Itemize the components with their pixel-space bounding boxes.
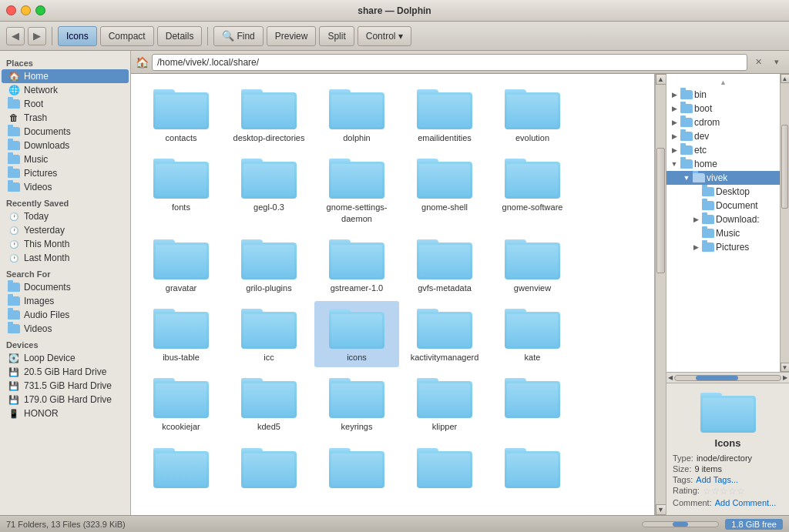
tree-h-track[interactable]	[674, 375, 781, 381]
file-item-icc[interactable]: icc	[227, 301, 311, 367]
sidebar-item-music[interactable]: Music	[2, 152, 129, 166]
tree-item-music[interactable]: Music	[666, 226, 780, 240]
file-item-gvfs-metadata[interactable]: gvfs-metadata	[402, 232, 487, 298]
sidebar-item-hdd-179[interactable]: 💾 179.0 GiB Hard Drive	[2, 393, 129, 407]
tree-scroll-up[interactable]: ▲	[781, 74, 790, 83]
tree-scroll-right[interactable]: ▶	[783, 374, 787, 381]
file-item-gravatar[interactable]: gravatar	[139, 232, 223, 298]
tree-item-vivek[interactable]: ▼ vivek	[666, 171, 780, 185]
details-view-button[interactable]: Details	[157, 26, 203, 46]
tree-item-dev[interactable]: ▶ dev	[666, 129, 780, 143]
tree-scroll-down[interactable]: ▼	[781, 363, 790, 372]
file-item-gnome-shell[interactable]: gnome-shell	[402, 151, 487, 229]
add-tags-link[interactable]: Add Tags...	[696, 475, 738, 484]
close-button[interactable]	[6, 5, 16, 15]
tree-h-scrollbar[interactable]: ◀ ▶	[666, 372, 789, 383]
sidebar-item-pictures[interactable]: Pictures	[2, 166, 129, 180]
sidebar-item-loop-device[interactable]: 💽 Loop Device	[2, 351, 129, 365]
file-item-evolution[interactable]: evolution	[490, 82, 575, 148]
control-button[interactable]: Control ▾	[358, 26, 411, 46]
scroll-down-button[interactable]: ▼	[656, 504, 666, 515]
tree-scroll-track[interactable]	[781, 83, 789, 363]
sidebar-item-search-images[interactable]: Images	[2, 294, 129, 308]
back-button[interactable]: ◀	[6, 27, 25, 45]
file-item-emailidentities[interactable]: emailidentities	[402, 82, 487, 148]
sidebar-item-videos[interactable]: Videos	[2, 180, 129, 194]
sidebar-item-today[interactable]: 🕐 Today	[2, 209, 129, 223]
sidebar-item-search-videos[interactable]: Videos	[2, 322, 129, 336]
tree-item-home[interactable]: ▼ home	[666, 157, 780, 171]
tree-scroll-left[interactable]: ◀	[668, 374, 673, 381]
file-item-kcookiejar[interactable]: kcookiejar	[139, 370, 223, 437]
sidebar-item-trash[interactable]: 🗑 Trash	[2, 111, 129, 125]
file-item-contacts[interactable]: contacts	[139, 82, 223, 148]
file-item-extra3[interactable]	[227, 440, 311, 496]
file-item-extra2[interactable]	[139, 440, 223, 496]
star-rating[interactable]: ☆☆☆☆☆	[703, 486, 745, 497]
file-item-gegl[interactable]: gegl-0.3	[227, 151, 311, 229]
file-item-kded5[interactable]: kded5	[227, 370, 311, 437]
tree-item-desktop[interactable]: Desktop	[666, 185, 780, 199]
tree-item-boot[interactable]: ▶ boot	[666, 102, 780, 115]
files-scrollbar[interactable]: ▲ ▼	[655, 74, 666, 515]
file-item-dolphin[interactable]: dolphin	[314, 82, 399, 148]
forward-button[interactable]: ▶	[28, 27, 46, 45]
sidebar-item-home[interactable]: 🏠 Home	[2, 69, 129, 83]
tree-item-etc[interactable]: ▶ etc	[666, 143, 780, 157]
file-item-extra5[interactable]	[402, 440, 487, 496]
tree-item-bin[interactable]: ▶ bin	[666, 88, 780, 102]
h-scrollbar[interactable]	[642, 521, 719, 527]
scroll-up-button[interactable]: ▲	[656, 74, 666, 85]
tree-item-pictures[interactable]: ▶ Pictures	[666, 240, 780, 254]
preview-button[interactable]: Preview	[267, 26, 317, 46]
file-item-desktop-directories[interactable]: desktop-directories	[227, 82, 311, 148]
content-area: Places 🏠 Home 🌐 Network Root 🗑 Trash Doc…	[0, 51, 789, 515]
scroll-track[interactable]	[656, 85, 666, 504]
sidebar-item-search-audio[interactable]: Audio Files	[2, 308, 129, 322]
sidebar-item-yesterday[interactable]: 🕐 Yesterday	[2, 223, 129, 237]
file-item-grilo-plugins[interactable]: grilo-plugins	[227, 232, 311, 298]
scroll-thumb[interactable]	[656, 148, 665, 274]
sidebar-item-documents[interactable]: Documents	[2, 125, 129, 139]
sidebar-item-network[interactable]: 🌐 Network	[2, 83, 129, 97]
file-item-klipper[interactable]: klipper	[402, 370, 487, 437]
clear-address-button[interactable]: ✕	[750, 55, 766, 70]
sidebar-item-last-month[interactable]: 🕐 Last Month	[2, 251, 129, 265]
find-button[interactable]: 🔍 Find	[213, 26, 263, 46]
icons-view-button[interactable]: Icons	[58, 26, 97, 46]
tree-item-document[interactable]: Document	[666, 199, 780, 212]
file-item-kactivity[interactable]: kactivitymanagerd	[402, 301, 487, 367]
sidebar-item-downloads[interactable]: Downloads	[2, 139, 129, 152]
tree-scroll-thumb[interactable]	[781, 125, 788, 209]
file-item-gstreamer[interactable]: gstreamer-1.0	[314, 232, 399, 298]
file-item-extra1[interactable]	[490, 370, 575, 437]
sidebar-item-hdd-731[interactable]: 💾 731.5 GiB Hard Drive	[2, 379, 129, 393]
tree-item-cdrom[interactable]: ▶ cdrom	[666, 115, 780, 129]
address-dropdown-button[interactable]: ▾	[769, 55, 784, 70]
file-item-gnome-software[interactable]: gnome-software	[490, 151, 575, 229]
address-input[interactable]	[152, 54, 747, 71]
h-scrollbar-thumb[interactable]	[673, 522, 688, 527]
file-item-keyrings[interactable]: keyrings	[314, 370, 399, 437]
file-item-extra4[interactable]	[314, 440, 399, 496]
minimize-button[interactable]	[21, 5, 31, 15]
file-item-gnome-settings[interactable]: gnome-settings-daemon	[314, 151, 399, 229]
file-item-ibus-table[interactable]: ibus-table	[139, 301, 223, 367]
sidebar-item-root[interactable]: Root	[2, 97, 129, 111]
file-item-gwenview[interactable]: gwenview	[490, 232, 575, 298]
maximize-button[interactable]	[35, 5, 45, 15]
file-item-icons[interactable]: icons	[314, 301, 399, 367]
sidebar-item-search-documents[interactable]: Documents	[2, 280, 129, 294]
tree-scrollbar[interactable]: ▲ ▼	[780, 74, 789, 372]
file-item-fonts[interactable]: fonts	[139, 151, 223, 229]
file-item-kate[interactable]: kate	[490, 301, 575, 367]
split-button[interactable]: Split	[319, 26, 354, 46]
sidebar-item-hdd-20[interactable]: 💾 20.5 GiB Hard Drive	[2, 365, 129, 379]
tree-h-thumb[interactable]	[696, 376, 738, 380]
compact-view-button[interactable]: Compact	[100, 26, 154, 46]
tree-item-downloads[interactable]: ▶ Download:	[666, 212, 780, 226]
file-item-extra6[interactable]	[490, 440, 575, 496]
sidebar-item-this-month[interactable]: 🕐 This Month	[2, 237, 129, 251]
sidebar-item-honor[interactable]: 📱 HONOR	[2, 407, 129, 420]
add-comment-link[interactable]: Add Comment...	[715, 498, 776, 507]
